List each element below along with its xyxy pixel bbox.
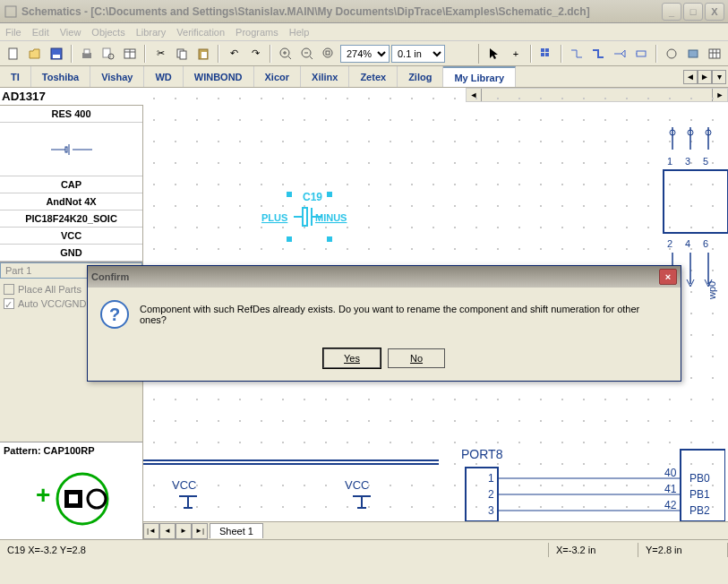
confirm-dialog: Confirm × ? Component with such RefDes a… <box>87 265 681 382</box>
tab-ti[interactable]: TI <box>0 66 31 87</box>
crosshair-icon[interactable]: + <box>506 44 526 64</box>
sheet-prev[interactable]: ◄ <box>159 523 176 539</box>
svg-rect-37 <box>65 147 67 152</box>
list-item[interactable]: VCC <box>0 228 142 245</box>
svg-rect-43 <box>69 494 78 503</box>
tab-zilog[interactable]: Zilog <box>398 66 443 87</box>
titleblock-icon[interactable] <box>120 44 140 64</box>
grid-select[interactable]: 0.1 in <box>391 45 445 63</box>
sheet-last[interactable]: ►| <box>192 523 208 539</box>
svg-point-30 <box>667 49 676 58</box>
preview-icon[interactable] <box>98 44 118 64</box>
svg-rect-1 <box>9 48 17 59</box>
sheet-tab-1[interactable]: Sheet 1 <box>210 523 263 538</box>
menu-file[interactable]: File <box>5 27 21 38</box>
list-item[interactable]: RES 400 <box>0 106 142 123</box>
tab-wd[interactable]: WD <box>144 66 183 87</box>
menu-library[interactable]: Library <box>136 27 167 38</box>
svg-text:C19: C19 <box>303 191 322 203</box>
table-icon[interactable] <box>705 44 724 64</box>
dialog-titlebar[interactable]: Confirm × <box>88 266 681 288</box>
svg-rect-54 <box>287 236 292 242</box>
svg-text:PORT8: PORT8 <box>461 447 503 461</box>
tab-xilinx[interactable]: Xilinx <box>301 66 349 87</box>
svg-text:PB1: PB1 <box>689 488 710 501</box>
svg-text:PLUS: PLUS <box>261 212 287 223</box>
svg-rect-27 <box>545 53 549 56</box>
list-item[interactable]: CAP <box>0 176 142 193</box>
tab-menu[interactable]: ▾ <box>712 70 726 84</box>
pattern-preview: + <box>0 459 142 539</box>
zoom-in-icon[interactable] <box>276 44 295 64</box>
svg-text:4: 4 <box>685 238 690 249</box>
maximize-button[interactable]: □ <box>683 3 703 21</box>
redo-icon[interactable]: ↷ <box>245 44 265 64</box>
svg-text:2: 2 <box>667 238 672 249</box>
svg-rect-3 <box>53 55 60 58</box>
menu-programs[interactable]: Programs <box>236 27 278 38</box>
list-item[interactable]: AndNot 4X <box>0 193 142 210</box>
list-item[interactable]: GND <box>0 245 142 262</box>
svg-line-20 <box>310 56 313 59</box>
svg-rect-5 <box>84 49 90 54</box>
menu-verification[interactable]: Verification <box>176 27 225 38</box>
tab-xicor[interactable]: Xicor <box>254 66 302 87</box>
statusbar: C19 X=-3.2 Y=2.8 X=-3.2 in Y=2.8 in <box>0 539 728 559</box>
svg-rect-25 <box>545 48 549 52</box>
tab-scroll-right[interactable]: ► <box>698 70 712 84</box>
zoom-window-icon[interactable] <box>319 44 338 64</box>
menubar: File Edit View Objects Library Verificat… <box>0 23 728 41</box>
svg-text:VCC: VCC <box>172 478 196 492</box>
menu-help[interactable]: Help <box>289 27 310 38</box>
copy-icon[interactable] <box>172 44 192 64</box>
yes-button[interactable]: Yes <box>323 348 381 368</box>
menu-view[interactable]: View <box>60 27 81 38</box>
tab-my-library[interactable]: My Library <box>443 66 516 87</box>
sheet-first[interactable]: |◄ <box>143 523 159 539</box>
tab-scroll-left[interactable]: ◄ <box>683 70 698 84</box>
list-item[interactable]: PIC18F24K20_SOIC <box>0 210 142 228</box>
bus-tool-icon[interactable] <box>588 44 608 64</box>
component-filter-input[interactable] <box>0 88 158 105</box>
wire-tool-icon[interactable] <box>567 44 587 64</box>
zoom-out-icon[interactable] <box>297 44 317 64</box>
arrow-tool-icon[interactable] <box>484 44 504 64</box>
grid-toggle-icon[interactable] <box>536 44 556 64</box>
open-icon[interactable] <box>25 44 45 64</box>
sheet-tabs: |◄ ◄ ► ►| Sheet 1 <box>143 521 728 539</box>
tab-toshiba[interactable]: Toshiba <box>31 66 90 87</box>
sheet-next[interactable]: ► <box>176 523 192 539</box>
tab-winbond[interactable]: WINBOND <box>184 66 254 87</box>
undo-icon[interactable]: ↶ <box>224 44 244 64</box>
svg-text:40: 40 <box>664 467 677 479</box>
window-title: Schematics - [C:\Documents and Settings\… <box>21 5 662 18</box>
menu-edit[interactable]: Edit <box>32 27 49 38</box>
no-button[interactable]: No <box>388 348 445 368</box>
menu-objects[interactable]: Objects <box>91 27 124 38</box>
circle-tool-icon[interactable] <box>662 44 681 64</box>
svg-rect-45 <box>287 192 292 197</box>
tab-zetex[interactable]: Zetex <box>349 66 398 87</box>
net-port-icon[interactable] <box>610 44 630 64</box>
pattern-label: Pattern: CAP100RP <box>0 442 142 459</box>
svg-text:1: 1 <box>488 472 494 485</box>
page-connector-icon[interactable] <box>631 44 651 64</box>
close-button[interactable]: X <box>705 3 724 21</box>
svg-rect-55 <box>327 236 332 242</box>
svg-rect-24 <box>541 48 544 52</box>
print-icon[interactable] <box>77 44 97 64</box>
component-c19[interactable]: C19 PLUS MINUS <box>260 190 367 254</box>
cut-icon[interactable]: ✂ <box>150 44 170 64</box>
dialog-close-button[interactable]: × <box>659 269 677 285</box>
svg-text:3: 3 <box>685 156 690 167</box>
minimize-button[interactable]: _ <box>662 3 681 21</box>
save-icon[interactable] <box>47 44 66 64</box>
svg-rect-51 <box>303 208 307 226</box>
new-icon[interactable] <box>4 44 23 64</box>
component-icon[interactable] <box>683 44 703 64</box>
paste-icon[interactable] <box>193 44 213 64</box>
svg-text:+: + <box>36 481 50 509</box>
zoom-select[interactable]: 274% <box>340 45 390 63</box>
status-left: C19 X=-3.2 Y=2.8 <box>0 543 549 557</box>
tab-vishay[interactable]: Vishay <box>90 66 144 87</box>
